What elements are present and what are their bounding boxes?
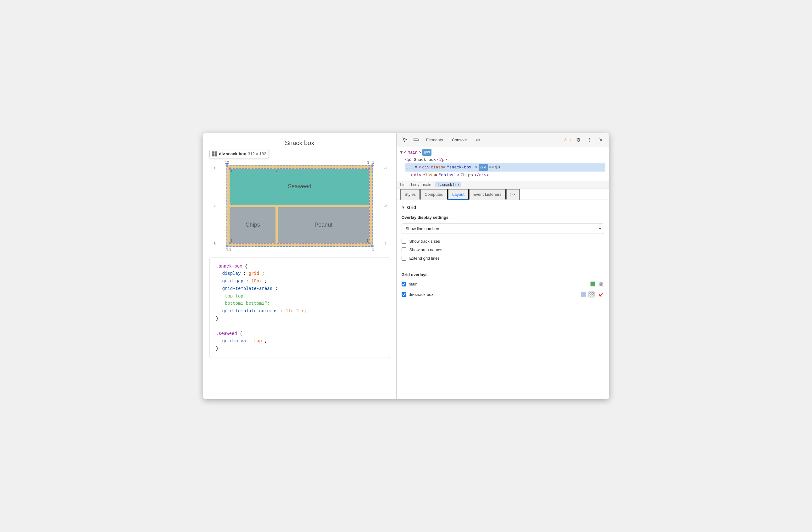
css-str-1: "top top" xyxy=(222,294,246,299)
css-val-4: 1fr 2fr; xyxy=(286,308,307,313)
extend-grid-label[interactable]: Extend grid lines xyxy=(409,256,440,261)
main-color-swatch[interactable] xyxy=(590,281,595,286)
grid-overlays-title: Grid overlays xyxy=(402,272,604,277)
svg-rect-3 xyxy=(601,282,603,284)
console-tab[interactable]: Console xyxy=(449,136,470,143)
main-overlay-icon-btn[interactable] xyxy=(598,281,604,287)
css-code-block: .snack-box { display : grid ; grid-gap :… xyxy=(209,257,390,358)
element-tooltip: div.snack-box 312 × 182 xyxy=(209,150,269,158)
tab-styles[interactable]: Styles xyxy=(400,189,420,200)
layout-panel-content: ▼ Grid Overlay display settings Show lin… xyxy=(396,200,609,399)
red-arrow-icon: ↙ xyxy=(598,290,604,298)
tab-more[interactable]: >> xyxy=(506,189,520,200)
breadcrumb-main[interactable]: main xyxy=(423,183,431,187)
svg-rect-4 xyxy=(599,284,601,286)
responsive-icon-btn[interactable] xyxy=(412,135,420,144)
css-selector-1: .snack-box xyxy=(216,264,243,269)
overlay-snackbox-label[interactable]: div.snack-box xyxy=(409,292,578,297)
devtools-panel: Elements Console >> ⚠ 1 ⚙ ⋮ ✕ ▼ < main > xyxy=(396,133,609,399)
grid-icon xyxy=(212,151,217,156)
svg-rect-6 xyxy=(590,292,591,294)
page-title: Snack box xyxy=(209,139,390,147)
section-triangle: ▼ xyxy=(402,205,405,210)
overlay-row-snackbox: div.snack-box ↙ xyxy=(402,290,604,298)
corner-br xyxy=(371,245,374,248)
grid-overlays-section: Grid overlays main div.snack-box xyxy=(402,272,604,298)
dom-line-snackbox[interactable]: ... ▼ < div class= "snack-box" > grid ==… xyxy=(405,163,605,171)
elements-tab[interactable]: Elements xyxy=(423,136,446,143)
main-content: Snack box div.snack-box 312 × 182 1 2 3 xyxy=(203,133,609,399)
css-str-2: "bottom1 bottom2"; xyxy=(222,301,270,306)
tooltip-class: div.snack-box xyxy=(219,151,246,156)
breadcrumb: html › body › main › div.snack-box xyxy=(396,181,609,189)
grid-section-header: ▼ Grid xyxy=(402,205,604,210)
overlay-snackbox-checkbox[interactable] xyxy=(402,292,406,297)
overlay-row-main: main xyxy=(402,281,604,287)
overlay-main-label[interactable]: main xyxy=(409,282,588,286)
inspect-icon-btn[interactable] xyxy=(400,135,409,144)
dom-tree: ▼ < main > grid <p> Snack box </p> ... ▼… xyxy=(396,147,609,181)
cell-seaweed: Seaweed xyxy=(230,169,369,205)
warning-badge: ⚠ 1 xyxy=(564,138,571,142)
svg-rect-8 xyxy=(590,295,591,296)
overlay-settings-title: Overlay display settings xyxy=(402,215,604,220)
divider xyxy=(402,267,604,267)
cell-chips: Chips xyxy=(230,207,276,243)
area-names-checkbox[interactable] xyxy=(402,248,406,252)
corner-bl xyxy=(226,245,228,248)
css-prop-1: display xyxy=(222,271,241,276)
track-sizes-label[interactable]: Show track sizes xyxy=(409,239,440,244)
tab-layout[interactable]: Layout xyxy=(448,189,469,200)
snackbox-color-swatch[interactable] xyxy=(581,292,586,297)
css-prop-2: grid-gap xyxy=(222,279,243,284)
dom-line-chips[interactable]: < div class= "chips" > Chips </div> xyxy=(410,171,605,179)
svg-rect-2 xyxy=(599,282,601,284)
css-prop-3: grid-template-areas xyxy=(222,286,273,291)
css-val-2: 10px xyxy=(251,279,262,284)
corner-tl xyxy=(226,164,228,167)
dom-line-p: <p> Snack box </p> xyxy=(405,156,605,163)
breadcrumb-html[interactable]: html xyxy=(400,183,408,187)
track-sizes-row: Show track sizes xyxy=(402,239,604,244)
svg-rect-7 xyxy=(592,292,593,294)
css-val-1: grid xyxy=(249,271,259,276)
close-btn[interactable]: ✕ xyxy=(597,135,605,144)
snackbox-grid-badge: grid xyxy=(479,164,488,171)
track-sizes-checkbox[interactable] xyxy=(402,239,406,244)
dom-line-main: ▼ < main > grid xyxy=(400,149,605,156)
svg-rect-5 xyxy=(601,284,603,286)
devtools-topbar: Elements Console >> ⚠ 1 ⚙ ⋮ ✕ xyxy=(396,133,609,147)
tab-computed[interactable]: Computed xyxy=(420,189,448,200)
more-tabs-btn[interactable]: >> xyxy=(472,136,483,143)
svg-rect-1 xyxy=(417,139,418,141)
overlay-main-checkbox[interactable] xyxy=(402,282,406,286)
css-prop-5: grid-area xyxy=(222,338,246,344)
left-panel: Snack box div.snack-box 312 × 182 1 2 3 xyxy=(203,133,396,399)
line-numbers-dropdown-wrapper: Show line numbers Show track sizes Show … xyxy=(402,224,604,234)
svg-rect-0 xyxy=(414,138,417,141)
breadcrumb-body[interactable]: body xyxy=(411,183,419,187)
more-options-btn[interactable]: ⋮ xyxy=(585,135,594,144)
section-title: Grid xyxy=(407,205,416,210)
tab-event-listeners[interactable]: Event Listeners xyxy=(469,189,506,200)
css-val-5: top xyxy=(254,338,262,344)
extend-grid-row: Extend grid lines xyxy=(402,256,604,261)
snackbox-overlay-icon-btn[interactable] xyxy=(589,291,595,297)
grid-visualization: 1 2 3 -1 1 2 3 xyxy=(209,160,390,251)
tooltip-size: 312 × 182 xyxy=(248,151,266,156)
css-prop-4: grid-template-columns xyxy=(222,308,278,313)
area-names-label[interactable]: Show area names xyxy=(409,248,443,252)
line-numbers-dropdown[interactable]: Show line numbers Show track sizes Show … xyxy=(402,224,604,234)
extend-grid-checkbox[interactable] xyxy=(402,256,406,261)
cell-peanut: Peanut xyxy=(278,207,369,243)
grid-outer: 1 2 3 -1 2 3 -1 -2 -3 -2 Seaweed xyxy=(227,165,373,247)
browser-window: Snack box div.snack-box 312 × 182 1 2 3 xyxy=(203,133,609,399)
main-grid-badge: grid xyxy=(422,149,431,156)
breadcrumb-snackbox[interactable]: div.snack-box xyxy=(435,182,461,187)
area-names-row: Show area names xyxy=(402,248,604,252)
panel-tabs: Styles Computed Layout Event Listeners >… xyxy=(396,189,609,200)
settings-btn[interactable]: ⚙ xyxy=(574,135,583,144)
overlay-settings: Overlay display settings Show line numbe… xyxy=(402,215,604,261)
svg-rect-9 xyxy=(592,295,593,296)
css-selector-2: .seaweed xyxy=(216,331,237,336)
